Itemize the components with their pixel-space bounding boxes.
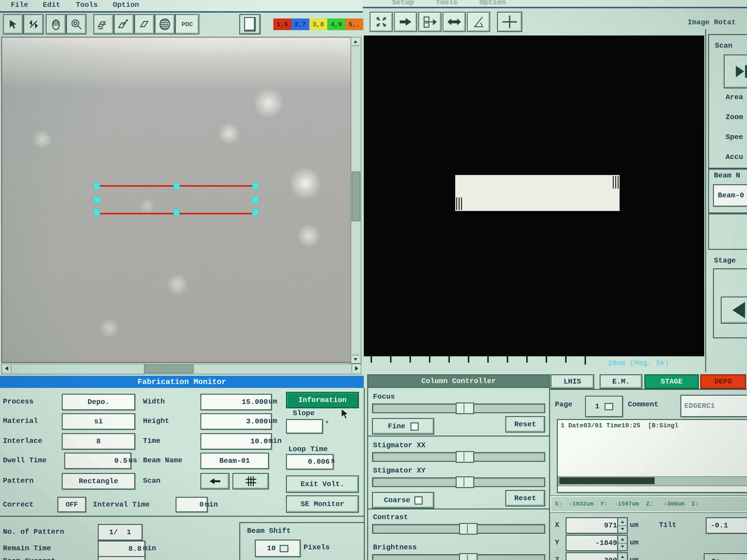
sidebar-item-zoom[interactable]: Zoom [726,113,743,122]
stage-x-spinner[interactable] [617,517,628,534]
tab-depo[interactable]: DEPO [700,374,746,389]
selection-handle[interactable] [174,210,179,215]
page-field[interactable]: 1 [585,396,623,417]
focus-slider[interactable] [372,403,545,413]
layer-slice-icon[interactable] [93,14,114,34]
sem-vscrollbar[interactable] [351,37,361,364]
width-field[interactable]: 15.000 [200,394,272,410]
scan-start-button[interactable] [724,54,747,88]
tilt-field[interactable]: -0.1 [706,517,747,534]
selection-handle[interactable] [94,183,100,189]
menu-edit[interactable]: Edit [43,1,60,9]
dwell-time-field[interactable]: 0.5 [64,453,131,469]
se-monitor-button[interactable]: SE Monitor [286,495,359,513]
log-hscrollbar[interactable] [558,476,747,486]
selection-handle[interactable] [252,210,258,215]
slope-field[interactable] [286,419,323,434]
zoom-magnifier-icon[interactable] [66,14,86,34]
tab-stage[interactable]: STAGE [644,374,699,389]
stage-y-field[interactable]: -1849 [566,535,621,551]
stigmator-xy-slider-handle[interactable] [456,476,474,488]
coarse-checkbox[interactable] [414,496,422,504]
menu-setup[interactable]: Setup [392,0,414,7]
menu-option[interactable]: Option [113,1,139,9]
hscroll-right-arrow[interactable] [352,365,361,372]
beam-shift-dropdown-icon[interactable] [280,545,288,552]
scan-grid-button[interactable] [232,473,269,489]
stage-y-spinner[interactable] [617,535,628,551]
arrow-boxes-icon[interactable] [418,12,442,32]
selection-handle[interactable] [252,183,258,189]
time-field[interactable]: 10.0 [200,433,272,450]
stigmator-xy-slider[interactable] [372,477,545,487]
reset-button-2[interactable]: Reset [505,490,545,507]
stage-left-button[interactable] [721,296,747,324]
interval-time-field[interactable]: 0 [176,497,208,512]
process-field[interactable]: Depo. [62,394,135,410]
beam-shift-field[interactable]: 10 [255,540,301,557]
menu-tools[interactable]: Tools [76,1,98,9]
column-controller-titlebar[interactable]: Column Controller [368,375,549,388]
swatch-5[interactable]: 5,. [345,19,363,30]
log-hscroll-thumb[interactable] [559,477,654,484]
page-icon[interactable] [239,14,261,34]
pan-hand-icon[interactable] [46,14,66,34]
swatch-1[interactable]: 1,6 [273,19,291,30]
fine-checkbox[interactable] [410,422,418,430]
pattern-field[interactable]: Rectangle [62,473,135,489]
fine-button[interactable]: Fine [372,418,434,434]
swatch-3[interactable]: 3,8 [309,19,327,30]
move-arrows-icon[interactable] [23,14,44,34]
selection-handle[interactable] [94,197,100,203]
menu-option2[interactable]: Option [480,0,506,7]
remain-time-field[interactable]: 8.8 [98,540,146,557]
sidebar-item-area[interactable]: Area [726,93,743,102]
contrast-slider[interactable] [372,524,545,534]
information-button[interactable]: Information [286,392,359,408]
beam-select[interactable]: Beam-0 [713,184,747,207]
crosshair-grid-icon[interactable] [497,12,522,32]
fit-arrows-icon[interactable] [369,12,393,32]
scan-direction-button[interactable] [200,473,230,489]
selection-handle[interactable] [174,183,179,189]
angle-tool-icon[interactable] [467,12,490,32]
no-of-pattern-field[interactable]: 1/ 1 [98,524,143,540]
swatch-4[interactable]: 4,9 [327,19,345,30]
vscroll-down-arrow[interactable] [352,355,359,363]
cad-canvas[interactable] [364,35,704,356]
loop-time-field[interactable]: 0.006 [286,454,334,470]
selection-handle[interactable] [94,210,100,215]
stage-z-spinner[interactable] [617,552,628,560]
select-arrow-icon[interactable] [3,14,23,34]
deposition-bar[interactable] [455,175,620,211]
beam-current-field[interactable]: 0.443 [98,556,146,560]
brightness-slider-handle[interactable] [459,553,478,560]
comment-input[interactable]: EDGERC1 [680,395,747,417]
reset-button-1[interactable]: Reset [505,416,545,433]
tab-em[interactable]: E.M. [600,374,642,389]
stigmator-xx-slider[interactable] [372,452,545,462]
poc-icon[interactable]: POC [175,14,199,34]
hscroll-left-arrow[interactable] [2,365,11,372]
interlace-field[interactable]: 8 [62,433,135,450]
material-field[interactable]: si [62,413,135,430]
partial-ge-button[interactable]: Ge [704,553,747,560]
sem-image-panel[interactable] [1,37,351,363]
height-field[interactable]: 3.000 [200,413,272,430]
menu-tools2[interactable]: Tools [436,0,458,7]
stage-x-field[interactable]: 971 [566,517,621,534]
focus-slider-handle[interactable] [456,402,474,414]
sem-hscrollbar[interactable] [1,364,361,374]
page-dropdown-icon[interactable] [604,403,613,410]
swatch-2[interactable]: 2,7 [291,19,309,30]
fabrication-titlebar[interactable]: Fabrication Monitor [0,376,364,388]
contrast-slider-handle[interactable] [459,523,478,535]
coarse-button[interactable]: Coarse [372,492,434,508]
menu-file[interactable]: File [11,1,28,9]
pattern-selection-rect[interactable] [96,185,256,214]
brightness-slider[interactable] [372,554,545,560]
vscroll-thumb[interactable] [352,171,360,221]
stigmator-xx-slider-handle[interactable] [456,451,474,463]
layer-single-icon[interactable] [134,14,155,34]
layer-stack-icon[interactable] [155,14,175,34]
